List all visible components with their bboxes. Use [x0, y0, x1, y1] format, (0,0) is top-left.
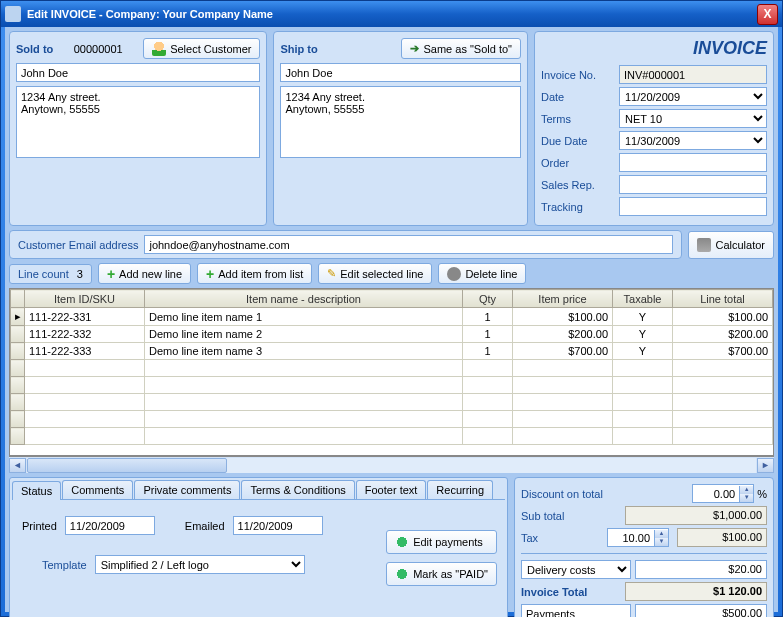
col-name[interactable]: Item name - description — [145, 290, 463, 308]
tab-terms-conditions[interactable]: Terms & Conditions — [241, 480, 354, 499]
table-row[interactable] — [11, 394, 773, 411]
date-label: Date — [541, 91, 615, 103]
email-label: Customer Email address — [18, 239, 138, 251]
cell-total[interactable]: $200.00 — [673, 326, 773, 343]
delivery-type-select[interactable]: Delivery costs — [521, 560, 631, 579]
cell-price[interactable]: $700.00 — [513, 343, 613, 360]
discount-spinner[interactable]: ▲▼ — [692, 484, 754, 503]
row-header[interactable]: ▸ — [11, 308, 25, 326]
cell-qty[interactable]: 1 — [463, 326, 513, 343]
tab-comments[interactable]: Comments — [62, 480, 133, 499]
select-customer-button[interactable]: Select Customer — [143, 38, 260, 59]
scroll-track[interactable] — [27, 458, 756, 473]
row-header[interactable] — [11, 343, 25, 360]
table-row[interactable] — [11, 377, 773, 394]
discount-label: Discount on total — [521, 488, 621, 500]
sold-to-id: 00000001 — [74, 43, 123, 55]
cell-name[interactable]: Demo line item name 1 — [145, 308, 463, 326]
cell-sku[interactable]: 111-222-332 — [25, 326, 145, 343]
sales-rep-input[interactable] — [619, 175, 767, 194]
table-row[interactable]: ▸ 111-222-331 Demo line item name 1 1 $1… — [11, 308, 773, 326]
terms-select[interactable]: NET 10 — [619, 109, 767, 128]
tax-amount: $100.00 — [677, 528, 767, 547]
template-select[interactable]: Simplified 2 / Left logo — [95, 555, 305, 574]
cell-total[interactable]: $700.00 — [673, 343, 773, 360]
cell-name[interactable]: Demo line item name 3 — [145, 343, 463, 360]
payments-value[interactable]: $500.00 — [635, 604, 767, 617]
cell-name[interactable]: Demo line item name 2 — [145, 326, 463, 343]
table-row[interactable]: 111-222-333 Demo line item name 3 1 $700… — [11, 343, 773, 360]
invoice-total-label: Invoice Total — [521, 586, 621, 598]
col-qty[interactable]: Qty — [463, 290, 513, 308]
line-count-box: Line count 3 — [9, 264, 92, 284]
col-sku[interactable]: Item ID/SKU — [25, 290, 145, 308]
col-price[interactable]: Item price — [513, 290, 613, 308]
mark-as-paid-button[interactable]: Mark as "PAID" — [386, 562, 497, 586]
ship-to-name-input[interactable] — [280, 63, 521, 82]
edit-invoice-window: Edit INVOICE - Company: Your Company Nam… — [0, 0, 783, 617]
cell-taxable[interactable]: Y — [613, 343, 673, 360]
scroll-right-button[interactable]: ► — [757, 458, 774, 473]
line-count-value: 3 — [77, 268, 83, 280]
cell-price[interactable]: $200.00 — [513, 326, 613, 343]
cell-taxable[interactable]: Y — [613, 308, 673, 326]
client-area: Sold to 00000001 Select Customer 1234 An… — [5, 27, 778, 612]
cell-qty[interactable]: 1 — [463, 308, 513, 326]
plus-icon: + — [206, 266, 214, 282]
cell-total[interactable]: $100.00 — [673, 308, 773, 326]
tracking-label: Tracking — [541, 201, 615, 213]
cell-price[interactable]: $100.00 — [513, 308, 613, 326]
edit-payments-button[interactable]: Edit payments — [386, 530, 497, 554]
emailed-date-input[interactable] — [233, 516, 323, 535]
add-item-from-list-button[interactable]: +Add item from list — [197, 263, 312, 284]
scroll-left-button[interactable]: ◄ — [9, 458, 26, 473]
table-row[interactable] — [11, 411, 773, 428]
money-icon — [395, 535, 409, 549]
arrow-right-icon: ➔ — [410, 42, 419, 55]
sold-to-name-input[interactable] — [16, 63, 260, 82]
titlebar[interactable]: Edit INVOICE - Company: Your Company Nam… — [1, 1, 782, 27]
edit-selected-line-button[interactable]: ✎Edit selected line — [318, 263, 432, 284]
tab-recurring[interactable]: Recurring — [427, 480, 493, 499]
sold-to-address-input[interactable]: 1234 Any street. Anytown, 55555 — [16, 86, 260, 158]
add-new-line-button[interactable]: +Add new line — [98, 263, 191, 284]
cell-sku[interactable]: 111-222-333 — [25, 343, 145, 360]
col-total[interactable]: Line total — [673, 290, 773, 308]
delivery-value[interactable]: $20.00 — [635, 560, 767, 579]
ship-to-address-input[interactable]: 1234 Any street. Anytown, 55555 — [280, 86, 521, 158]
sold-to-title: Sold to — [16, 43, 53, 55]
row-header[interactable] — [11, 326, 25, 343]
tax-pct-spinner[interactable]: ▲▼ — [607, 528, 669, 547]
same-as-sold-to-button[interactable]: ➔Same as "Sold to" — [401, 38, 521, 59]
tracking-input[interactable] — [619, 197, 767, 216]
delete-line-button[interactable]: Delete line — [438, 263, 526, 284]
money-icon — [395, 567, 409, 581]
pencil-icon: ✎ — [327, 267, 336, 280]
due-date-input[interactable]: 11/30/2009 — [619, 131, 767, 150]
calculator-button[interactable]: Calculator — [688, 231, 774, 259]
invoice-no-input[interactable] — [619, 65, 767, 84]
printed-date-input[interactable] — [65, 516, 155, 535]
date-input[interactable]: 11/20/2009 — [619, 87, 767, 106]
tab-status[interactable]: Status — [12, 481, 61, 500]
cell-sku[interactable]: 111-222-331 — [25, 308, 145, 326]
tab-footer-text[interactable]: Footer text — [356, 480, 427, 499]
scroll-thumb[interactable] — [27, 458, 227, 473]
table-row[interactable] — [11, 428, 773, 445]
plus-icon: + — [107, 266, 115, 282]
email-input[interactable] — [144, 235, 673, 254]
discount-unit: % — [757, 488, 767, 500]
window-close-button[interactable]: X — [757, 4, 778, 25]
table-row[interactable] — [11, 360, 773, 377]
grid-h-scrollbar[interactable]: ◄ ► — [9, 456, 774, 473]
invoice-heading: INVOICE — [541, 38, 767, 59]
line-items-grid[interactable]: Item ID/SKU Item name - description Qty … — [9, 288, 774, 456]
ship-to-panel: Ship to ➔Same as "Sold to" 1234 Any stre… — [273, 31, 528, 226]
payments-label-input[interactable] — [521, 604, 631, 617]
cell-qty[interactable]: 1 — [463, 343, 513, 360]
tab-private-comments[interactable]: Private comments — [134, 480, 240, 499]
cell-taxable[interactable]: Y — [613, 326, 673, 343]
col-taxable[interactable]: Taxable — [613, 290, 673, 308]
table-row[interactable]: 111-222-332 Demo line item name 2 1 $200… — [11, 326, 773, 343]
order-input[interactable] — [619, 153, 767, 172]
